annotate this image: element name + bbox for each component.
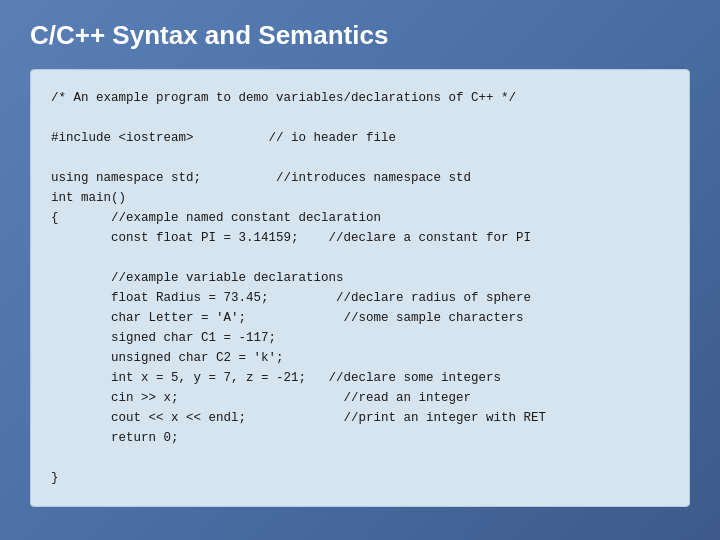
code-line-5: using namespace std; //introduces namesp… <box>51 171 471 185</box>
code-line-10: //example variable declarations <box>51 271 344 285</box>
code-box: /* An example program to demo variables/… <box>30 69 690 507</box>
code-line-15: int x = 5, y = 7, z = -21; //declare som… <box>51 371 501 385</box>
code-line-6: int main() <box>51 191 126 205</box>
code-line-20: } <box>51 471 59 485</box>
page-title: C/C++ Syntax and Semantics <box>30 20 690 51</box>
code-line-14: unsigned char C2 = 'k'; <box>51 351 284 365</box>
code-line-11: float Radius = 73.45; //declare radius o… <box>51 291 531 305</box>
code-line-13: signed char C1 = -117; <box>51 331 276 345</box>
code-line-12: char Letter = 'A'; //some sample charact… <box>51 311 524 325</box>
code-line-16: cin >> x; //read an integer <box>51 391 471 405</box>
page-container: C/C++ Syntax and Semantics /* An example… <box>0 0 720 540</box>
code-line-18: return 0; <box>51 431 179 445</box>
code-line-17: cout << x << endl; //print an integer wi… <box>51 411 546 425</box>
code-line-7: { //example named constant declaration <box>51 211 381 225</box>
code-line-8: const float PI = 3.14159; //declare a co… <box>51 231 531 245</box>
code-line-3: #include <iostream> // io header file <box>51 131 396 145</box>
code-line-1: /* An example program to demo variables/… <box>51 91 516 105</box>
